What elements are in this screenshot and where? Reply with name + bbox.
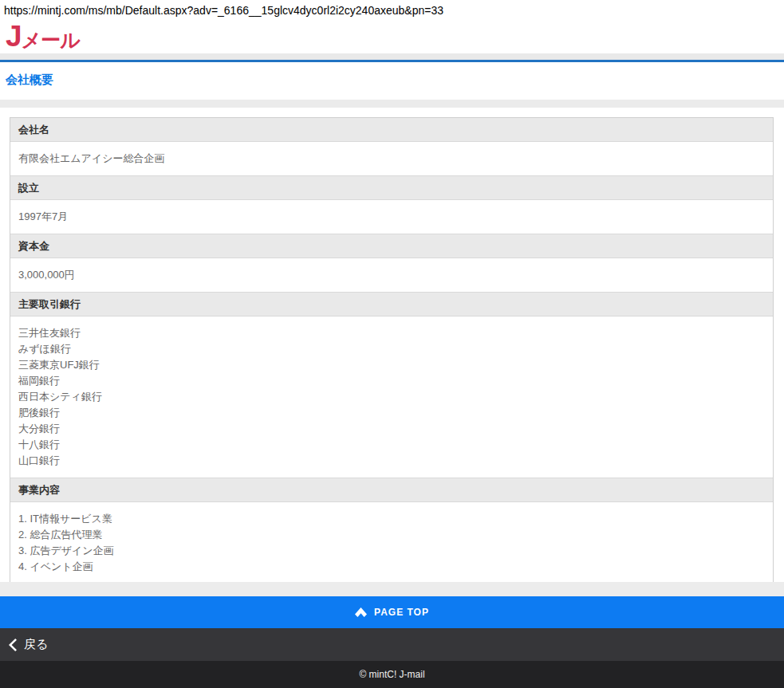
back-label: 戻る [24,637,48,652]
bank-item: 西日本シティ銀行 [18,389,765,405]
business-item: 3. 広告デザイン企画 [18,543,765,559]
chevron-left-icon [8,639,17,651]
row-label-capital: 資本金 [10,234,773,258]
back-button[interactable]: 戻る [0,628,784,661]
established-text: 1997年7月 [18,209,765,225]
bank-item: 福岡銀行 [18,373,765,389]
row-value-business: 1. IT情報サービス業 2. 総合広告代理業 3. 広告デザイン企画 4. イ… [10,502,773,584]
row-value-banks: 三井住友銀行 みずほ銀行 三菱東京UFJ銀行 福岡銀行 西日本シティ銀行 肥後銀… [10,316,773,478]
page-top-label: PAGE TOP [374,607,429,618]
bank-item: 肥後銀行 [18,405,765,421]
chevron-up-icon [355,607,367,617]
row-label-company-name: 会社名 [10,118,773,142]
bank-item: 三菱東京UFJ銀行 [18,357,765,373]
bank-item: 三井住友銀行 [18,325,765,341]
row-value-established: 1997年7月 [10,200,773,234]
row-label-established: 設立 [10,175,773,200]
copyright-text: © mintC! J-mail [359,669,424,680]
row-value-capital: 3,000,000円 [10,258,773,292]
header-divider [0,53,784,62]
bank-item: 十八銀行 [18,437,765,453]
bank-item: 大分銀行 [18,421,765,437]
bank-item: みずほ銀行 [18,341,765,357]
page-top-button[interactable]: PAGE TOP [0,596,784,628]
section-divider-top [0,100,784,108]
copyright-bar: © mintC! J-mail [0,661,784,688]
page-title: 会社概要 [6,73,784,88]
row-label-banks: 主要取引銀行 [10,292,773,316]
company-table: 会社名 有限会社エムアイシー総合企画 設立 1997年7月 資本金 3,000,… [10,117,774,584]
page-url: https://mintj.com/ms/mb/Default.aspx?adv… [0,0,784,19]
section-divider-bottom [0,582,784,596]
company-name-text: 有限会社エムアイシー総合企画 [18,151,765,167]
bank-item: 山口銀行 [18,453,765,469]
capital-text: 3,000,000円 [18,267,765,283]
business-item: 1. IT情報サービス業 [18,511,765,527]
jmail-logo[interactable]: J メール [6,21,784,51]
business-item: 2. 総合広告代理業 [18,527,765,543]
jmail-logo-j: J [6,22,22,51]
row-value-company-name: 有限会社エムアイシー総合企画 [10,142,773,175]
jmail-logo-suffix: メール [22,30,80,51]
row-label-business: 事業内容 [10,478,773,502]
business-item: 4. イベント企画 [18,559,765,575]
